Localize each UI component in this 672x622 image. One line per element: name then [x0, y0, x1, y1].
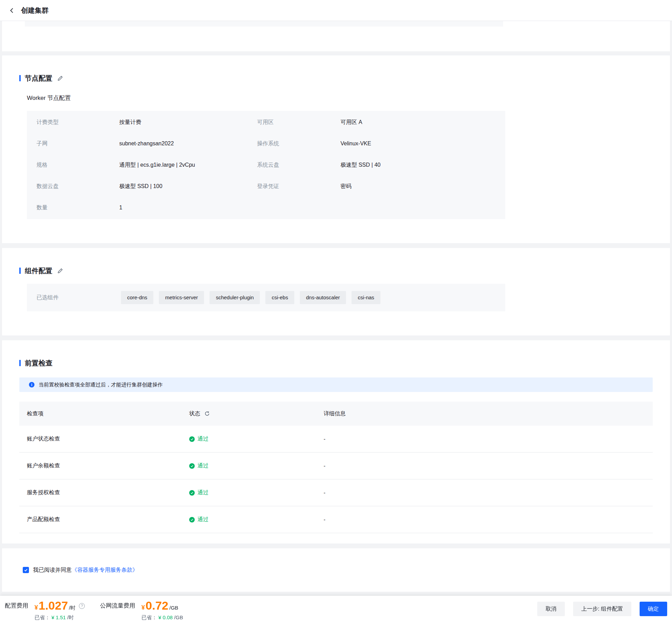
refresh-icon [204, 411, 210, 416]
node-config-panel: 计费类型 按量计费 可用区 可用区 A 子网 subnet-zhangsan20… [27, 111, 505, 219]
selected-components-label: 已选组件 [37, 294, 121, 301]
refresh-status-button[interactable] [204, 411, 210, 416]
column-header-status: 状态 [189, 410, 324, 417]
field-value: 1 [119, 197, 257, 218]
saved-label: 已省： [34, 614, 50, 620]
field-label: 操作系统 [257, 133, 340, 154]
status-text: 通过 [197, 462, 208, 469]
component-tag-list: core-dns metrics-server scheduler-plugin… [121, 291, 380, 304]
traffic-fee-column: ¥ 0.72 /GB 已省： ¥ 0.08 /GB [141, 598, 183, 622]
precheck-notice-text: 当前置校验检查项全部通过后，才能进行集群创建操作 [39, 382, 163, 388]
check-item-cell: 产品配额检查 [19, 516, 189, 523]
traffic-fee-label: 公网流量费用 [100, 598, 135, 622]
config-fee-column: ¥ 1.027 /时 ? 已省： ¥ 1.51 /时 [34, 598, 85, 622]
table-row: 账户状态检查 通过 - [19, 426, 653, 453]
cancel-button[interactable]: 取消 [537, 602, 565, 616]
component-tag: csi-nas [352, 291, 380, 304]
field-label: 计费类型 [37, 112, 119, 133]
config-fee-label: 配置费用 [5, 598, 28, 622]
pencil-icon [57, 75, 63, 81]
traffic-fee-unit: /GB [169, 605, 178, 611]
saved-unit: /GB [174, 614, 183, 620]
component-config-title-row: 组件配置 [19, 267, 653, 275]
status-text: 通过 [197, 489, 208, 496]
saved-label: 已省： [141, 614, 157, 620]
precheck-table-header: 检查项 状态 详细信息 [19, 402, 653, 426]
component-tag: dns-autoscaler [300, 291, 346, 304]
check-circle-icon [189, 436, 195, 442]
field-value: 极速型 SSD | 100 [119, 176, 257, 197]
field-label: 登录凭证 [257, 176, 340, 197]
config-fee-amount: 1.027 [39, 598, 68, 613]
table-row: 账户余额检查 通过 - [19, 453, 653, 479]
precheck-title-row: 前置检查 [19, 359, 653, 367]
info-icon: i [29, 382, 34, 387]
check-item-cell: 服务授权检查 [19, 489, 189, 496]
agreement-prefix: 我已阅读并同意 [33, 567, 72, 573]
config-fee-price-row: ¥ 1.027 /时 ? [34, 598, 85, 614]
precheck-title: 前置检查 [25, 359, 52, 368]
saved-amount: ¥ 1.51 [51, 614, 66, 620]
table-row: 服务授权检查 通过 - [19, 479, 653, 506]
check-item-cell: 账户状态检查 [19, 435, 189, 443]
back-button[interactable] [9, 8, 15, 13]
component-tag: core-dns [121, 291, 153, 304]
node-config-grid: 计费类型 按量计费 可用区 可用区 A 子网 subnet-zhangsan20… [37, 112, 496, 218]
column-header-detail: 详细信息 [324, 410, 653, 417]
section-accent-bar [19, 75, 21, 81]
field-value: 可用区 A [340, 112, 496, 133]
pencil-icon [57, 268, 63, 274]
node-config-title-row: 节点配置 [19, 74, 653, 82]
status-pass: 通过 [189, 489, 208, 496]
field-value: subnet-zhangsan2022 [119, 133, 257, 154]
help-icon[interactable]: ? [79, 603, 85, 609]
confirm-button[interactable]: 确定 [640, 602, 667, 616]
precheck-table: 检查项 状态 详细信息 账户状态检查 [19, 402, 653, 533]
check-circle-icon [189, 490, 195, 496]
table-row: 产品配额检查 通过 - [19, 506, 653, 533]
config-fee-unit: /时 [69, 605, 75, 611]
agreement-checkbox[interactable] [23, 567, 29, 573]
status-pass: 通过 [189, 435, 208, 443]
field-value: 极速型 SSD | 40 [340, 154, 496, 176]
component-tag: metrics-server [159, 291, 204, 304]
field-label: 可用区 [257, 112, 340, 133]
field-value: 密码 [340, 176, 496, 197]
page-title: 创建集群 [21, 6, 49, 15]
panel-fragment [25, 21, 503, 27]
status-cell: 通过 [189, 489, 324, 496]
field-label: 系统云盘 [257, 154, 340, 176]
detail-cell: - [324, 490, 653, 496]
edit-node-config-button[interactable] [57, 75, 63, 81]
terms-link[interactable]: 《容器服务专用服务条款》 [72, 567, 138, 573]
check-circle-icon [189, 463, 195, 469]
scrolled-card-partial [2, 21, 670, 51]
component-config-section: 组件配置 已选组件 core-dns metrics-server schedu… [2, 248, 670, 335]
field-label: 数据云盘 [37, 176, 119, 197]
status-text: 通过 [197, 516, 208, 523]
detail-cell: - [324, 517, 653, 523]
traffic-fee-saved-row: 已省： ¥ 0.08 /GB [141, 614, 183, 621]
field-value: Velinux-VKE [340, 133, 496, 154]
section-accent-bar [19, 268, 21, 274]
footer-buttons: 取消 上一步: 组件配置 确定 [537, 596, 667, 622]
status-text: 通过 [197, 435, 208, 443]
field-value: 按量计费 [119, 112, 257, 133]
edit-component-config-button[interactable] [57, 268, 63, 274]
component-tag: scheduler-plugin [210, 291, 260, 304]
selected-components-panel: 已选组件 core-dns metrics-server scheduler-p… [27, 284, 505, 311]
prev-step-button[interactable]: 上一步: 组件配置 [573, 602, 631, 616]
saved-unit: /时 [67, 614, 74, 620]
column-header-item: 检查项 [19, 410, 189, 417]
traffic-fee-group: 公网流量费用 ¥ 0.72 /GB 已省： ¥ 0.08 /GB [100, 598, 183, 622]
currency-symbol: ¥ [34, 604, 38, 611]
field-empty [340, 197, 496, 218]
field-value: 通用型 | ecs.g1ie.large | 2vCpu [119, 154, 257, 176]
agreement-text: 我已阅读并同意《容器服务专用服务条款》 [33, 567, 138, 574]
top-header: 创建集群 [0, 0, 672, 21]
status-cell: 通过 [189, 516, 324, 523]
footer-bar: 配置费用 ¥ 1.027 /时 ? 已省： ¥ 1.51 /时 公网流量费用 ¥… [0, 596, 672, 622]
check-icon [24, 568, 28, 572]
check-item-cell: 账户余额检查 [19, 462, 189, 469]
check-circle-icon [189, 517, 195, 522]
